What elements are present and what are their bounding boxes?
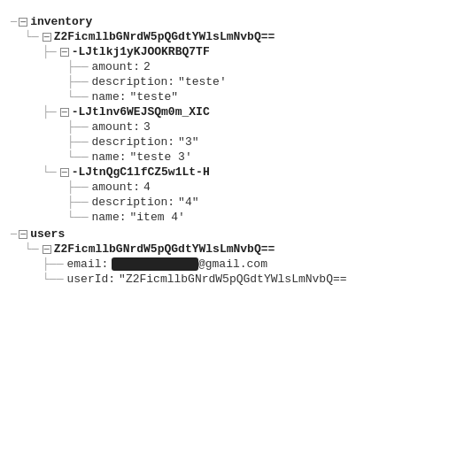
item3-row: └─ ─ -LJtnQgC1lfCZ5w1Lt-H [43,165,438,180]
branch-item1: ├─ [43,45,57,58]
item2-fields: ├── amount: 3 ├── description: "3" └── n… [67,119,438,165]
item3-id: -LJtnQgC1lfCZ5w1Lt-H [72,165,210,179]
tree-root: ─ ─ inventory └─ ─ Z2FicmllbGNrdW5pQGdtY… [0,7,449,294]
users-email-redacted [112,257,198,271]
branch-users-email: ├── [43,257,63,271]
item2-collapse[interactable]: ─ [60,108,69,117]
item2-desc-row: ├── description: "3" [67,134,438,150]
inventory-root-row: ─ ─ inventory [11,14,438,29]
branch-item1-desc: ├── [67,75,88,88]
item3-fields: ├── amount: 4 ├── description: "4" └── n… [67,180,438,225]
inventory-collapse-icon[interactable]: ─ [19,18,27,27]
users-uid-key: Z2FicmllbGNrdW5pQGdtYWlsLmNvbQ== [54,242,275,256]
item2-amount-row: ├── amount: 3 [67,119,438,134]
inventory-children: └─ ─ Z2FicmllbGNrdW5pQGdtYWlsLmNvbQ== ├─… [25,29,438,225]
users-email-label: email: [66,257,108,271]
item2-name-value: "teste 3' [130,150,192,164]
branch-users-uid: └─ [25,242,39,256]
item1-fields: ├── amount: 2 ├── description: "teste' └… [67,59,438,104]
root-connector: ─ [11,16,17,28]
item1-name-value: "teste" [130,90,179,104]
item1-amount-label: amount: [91,60,140,73]
item3-desc-label: description: [91,196,174,209]
users-userid-row: └─ ─ Z2FicmllbGNrdW5pQGdtYWlsLmNvbQ== [25,242,438,257]
item3-amount-label: amount: [91,180,140,194]
item3-desc-row: ├── description: "4" [67,195,438,210]
item3-name-row: └── name: "item 4' [67,210,438,225]
item3-name-value: "item 4' [130,211,185,224]
users-email-domain: @gmail.com [198,257,267,271]
item1-id: -LJtlkj1yKJOOKRBQ7TF [72,45,210,58]
branch-item3-desc: ├── [67,196,88,209]
branch-item2-amount: ├── [67,120,88,134]
inventory-userid-collapse[interactable]: ─ [43,33,51,42]
users-email-row: ├── email: @gmail.com [43,257,438,272]
branch-connector-1: └─ [25,30,39,43]
users-userid-value: "Z2FicmllbGNrdW5pQGdtYWlsLmNvbQ== [119,273,346,286]
branch-item3-amount: ├── [67,180,88,194]
item2-desc-label: description: [91,135,174,149]
item2-amount-value: 3 [143,120,151,134]
item1-row: ├─ ─ -LJtlkj1yKJOOKRBQ7TF [43,44,438,59]
users-uid-collapse[interactable]: ─ [43,245,51,254]
inventory-label: inventory [30,15,92,28]
users-root-row: ─ ─ users [11,226,438,242]
inventory-userid-key: Z2FicmllbGNrdW5pQGdtYWlsLmNvbQ== [54,30,275,43]
item1-desc-value: "teste' [178,75,227,88]
users-root-connector: ─ [11,228,17,241]
item2-amount-label: amount: [91,120,140,134]
item3-name-label: name: [91,211,126,224]
item1-name-row: └── name: "teste" [67,89,438,104]
item3-desc-value: "4" [178,196,198,209]
item3-collapse[interactable]: ─ [60,168,69,177]
branch-item2: ├─ [43,105,57,119]
branch-item2-name: └── [67,150,88,164]
branch-item2-desc: ├── [67,135,88,149]
item2-id: -LJtlnv6WEJSQm0m_XIC [72,105,210,119]
inventory-items: ├─ ─ -LJtlkj1yKJOOKRBQ7TF ├── amount: 2 … [43,44,438,225]
inventory-userid-row: └─ ─ Z2FicmllbGNrdW5pQGdtYWlsLmNvbQ== [25,29,438,44]
item2-row: ├─ ─ -LJtlnv6WEJSQm0m_XIC [43,104,438,119]
branch-item1-name: └── [67,90,88,104]
branch-item3-name: └── [67,211,88,224]
item1-amount-value: 2 [143,60,151,73]
item1-amount-row: ├── amount: 2 [67,59,438,74]
item1-desc-row: ├── description: "teste' [67,74,438,89]
users-userid-label: userId: [66,273,115,286]
branch-users-userid: └── [43,273,63,286]
users-userid-field-row: └── userId: "Z2FicmllbGNrdW5pQGdtYWlsLmN… [43,272,438,287]
branch-item3: └─ [43,165,57,179]
item2-name-row: └── name: "teste 3' [67,150,438,165]
users-fields: ├── email: @gmail.com └── userId: "Z2Fic… [43,257,438,287]
item2-desc-value: "3" [178,135,198,149]
item3-amount-value: 4 [143,180,151,194]
branch-item1-amount: ├── [67,60,88,73]
users-collapse-icon[interactable]: ─ [19,230,27,239]
item1-desc-label: description: [91,75,174,88]
item3-amount-row: ├── amount: 4 [67,180,438,195]
users-label: users [30,227,65,241]
item2-name-label: name: [91,150,126,164]
item1-collapse[interactable]: ─ [60,48,69,57]
users-children: └─ ─ Z2FicmllbGNrdW5pQGdtYWlsLmNvbQ== ├─… [25,242,438,287]
item1-name-label: name: [91,90,126,104]
